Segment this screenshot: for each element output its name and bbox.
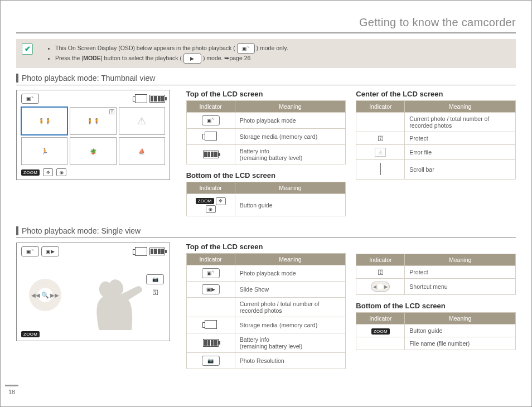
resolution-icon: 📷 bbox=[146, 274, 164, 284]
slideshow-icon: ▣▶ bbox=[41, 246, 59, 256]
memory-card-icon bbox=[205, 320, 217, 329]
photo-playback-icon: ▣⸌ bbox=[21, 246, 39, 256]
thumbnail-3: ⚠ bbox=[119, 107, 165, 135]
sub-head-bottom-lcd: Bottom of the LCD screen bbox=[186, 171, 346, 180]
photo-playback-icon: ▣⸌ bbox=[21, 94, 39, 104]
shortcut-menu-icon: ◀▶ bbox=[371, 282, 390, 292]
battery-icon bbox=[149, 95, 165, 103]
single-row: ▣⸌ ▣▶ ◀◀ 🔍 ▶▶ bbox=[16, 243, 516, 376]
battery-icon bbox=[203, 151, 219, 158]
zoom-badge: ZOOM bbox=[21, 169, 40, 176]
lcd-bottom-bar: ZOOM bbox=[19, 330, 167, 338]
nav-icon: ✥ bbox=[43, 168, 53, 176]
lcd-single: ▣⸌ ▣▶ ◀◀ 🔍 ▶▶ bbox=[16, 243, 170, 341]
sub-head-top-lcd: Top of the LCD screen bbox=[186, 243, 346, 251]
thumbnail-col-mid: Top of the LCD screen IndicatorMeaning ▣… bbox=[186, 90, 346, 223]
note-bullet-1: This On Screen Display (OSD) below appea… bbox=[55, 43, 288, 54]
sub-head-top-lcd: Top of the LCD screen bbox=[186, 90, 346, 98]
photo-playback-icon: ▣⸌ bbox=[237, 43, 255, 54]
protect-icon: ⚿ bbox=[378, 135, 384, 142]
thumbnail-2: 🧍🧍⚿ bbox=[70, 107, 116, 135]
single-right-icons: 📷 ⚿ bbox=[146, 274, 164, 295]
thumbnail-grid: 🧍🧍 🧍🧍⚿ ⚠ 🏃 🪴 ⛵ bbox=[19, 105, 167, 167]
battery-icon bbox=[149, 248, 165, 255]
lcd-thumbnail: ▣⸌ 🧍🧍 🧍🧍⚿ ⚠ 🏃 🪴 ⛵ ZOOM bbox=[16, 90, 170, 180]
section-rule bbox=[16, 238, 516, 238]
photo-playback-icon: ▣⸌ bbox=[202, 115, 220, 125]
table-thumb-top: IndicatorMeaning ▣⸌Photo playback mode S… bbox=[186, 100, 346, 164]
error-file-icon: ⚠ bbox=[137, 115, 146, 127]
zoom-badge: ZOOM bbox=[21, 331, 40, 337]
single-col-mid: Top of the LCD screen IndicatorMeaning ▣… bbox=[186, 243, 346, 376]
ok-icon: ◉ bbox=[206, 205, 216, 213]
thumbnail-4: 🏃 bbox=[21, 137, 67, 165]
page-number: 18 bbox=[5, 385, 18, 395]
section-rule bbox=[16, 85, 516, 85]
table-single-right-bottom: IndicatorMeaning ZOOMButton guide File n… bbox=[356, 312, 516, 350]
thumbnail-row: ▣⸌ 🧍🧍 🧍🧍⚿ ⚠ 🏃 🪴 ⛵ ZOOM bbox=[16, 90, 516, 223]
resolution-icon: 📷 bbox=[202, 356, 220, 366]
lcd-top-bar: ▣⸌ bbox=[19, 93, 167, 105]
manual-page: Getting to know the camcorder ✔ This On … bbox=[0, 0, 532, 407]
zoom-badge: ZOOM bbox=[196, 198, 214, 204]
table-thumb-bottom: IndicatorMeaning ZOOM ✥ ◉Button guide bbox=[186, 182, 346, 216]
single-col-right: IndicatorMeaning ⚿Protect ◀▶Shortcut men… bbox=[356, 243, 516, 376]
thumbnail-6: ⛵ bbox=[119, 137, 165, 165]
sub-head-center-lcd: Center of the LCD screen bbox=[356, 90, 516, 98]
zoom-badge: ZOOM bbox=[371, 328, 390, 335]
thumbnail-1: 🧍🧍 bbox=[21, 107, 67, 135]
shortcut-dial: ◀◀ 🔍 ▶▶ bbox=[29, 279, 61, 311]
single-body: ◀◀ 🔍 ▶▶ 📷 ⚿ bbox=[19, 258, 167, 330]
chapter-title: Getting to know the camcorder bbox=[16, 16, 516, 29]
error-file-icon: ⚠ bbox=[375, 148, 386, 157]
table-thumb-center: IndicatorMeaning Current photo / total n… bbox=[356, 100, 516, 180]
thumbnail-col-right: Center of the LCD screen IndicatorMeanin… bbox=[356, 90, 516, 223]
protect-icon: ⚿ bbox=[378, 269, 384, 275]
lcd-bottom-bar: ZOOM ✥ ◉ bbox=[19, 167, 167, 177]
slideshow-icon: ▣▶ bbox=[202, 284, 220, 294]
single-col-left: ▣⸌ ▣▶ ◀◀ 🔍 ▶▶ bbox=[16, 243, 176, 376]
playback-mode-icon: ▶ bbox=[183, 54, 201, 64]
scroll-bar-icon bbox=[380, 163, 381, 175]
prev-icon: ◀◀ bbox=[31, 292, 40, 298]
memory-card-icon bbox=[205, 132, 217, 140]
protect-icon: ⚿ bbox=[152, 289, 158, 295]
battery-icon bbox=[203, 339, 219, 347]
thumbnail-col-left: ▣⸌ 🧍🧍 🧍🧍⚿ ⚠ 🏃 🪴 ⛵ ZOOM bbox=[16, 90, 176, 223]
next-icon: ▶▶ bbox=[50, 292, 59, 298]
title-rule bbox=[16, 32, 516, 33]
table-single-right-top: IndicatorMeaning ⚿Protect ◀▶Shortcut men… bbox=[356, 254, 516, 295]
protect-icon: ⚿ bbox=[109, 109, 115, 115]
lcd-top-bar: ▣⸌ ▣▶ bbox=[19, 245, 167, 258]
thumbnail-5: 🪴 bbox=[70, 137, 116, 165]
ok-icon: ◉ bbox=[56, 168, 66, 176]
memory-card-icon bbox=[135, 94, 147, 103]
note-bullet-2: Press the [MODE] button to select the pl… bbox=[55, 54, 288, 64]
section-title-single: Photo playback mode: Single view bbox=[16, 226, 516, 235]
memory-card-icon bbox=[135, 247, 147, 256]
table-single-top: IndicatorMeaning ▣⸌Photo playback mode ▣… bbox=[186, 253, 346, 369]
check-icon: ✔ bbox=[22, 43, 33, 55]
photo-playback-icon: ▣⸌ bbox=[202, 268, 220, 278]
photo-silhouette bbox=[67, 263, 156, 330]
sub-head-bottom-lcd: Bottom of the LCD screen bbox=[356, 302, 516, 310]
section-title-thumbnail: Photo playback mode: Thumbnail view bbox=[16, 74, 516, 83]
note-box: ✔ This On Screen Display (OSD) below app… bbox=[16, 39, 516, 68]
nav-icon: ✥ bbox=[216, 197, 226, 205]
